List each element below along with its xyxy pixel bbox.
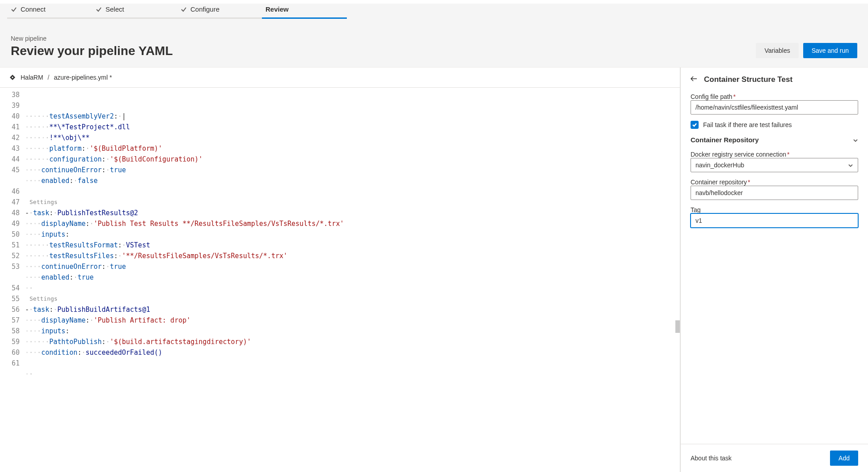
code-line[interactable]: ······testResultsFormat:·VSTest [25, 240, 680, 251]
code-line[interactable]: ····inputs: [25, 326, 680, 336]
code-line[interactable]: ······!**\obj\** [25, 132, 680, 143]
code-content[interactable]: ······testAssemblyVer2:·|······**\*TestP… [25, 88, 680, 472]
breadcrumb-separator: / [48, 74, 50, 81]
scrollbar-thumb[interactable] [675, 320, 680, 333]
container-repository-label: Container repository* [691, 179, 858, 186]
wizard-step-connect[interactable]: Connect [7, 4, 92, 19]
step-progress-bar [177, 17, 262, 19]
code-line[interactable] [25, 186, 680, 197]
code-line[interactable]: ······testAssemblyVer2:·| [25, 111, 680, 122]
code-line[interactable] [25, 379, 680, 390]
code-line[interactable]: ····displayName:·'Publish Artifact: drop… [25, 315, 680, 326]
code-line[interactable]: ······platform:·'$(BuildPlatform)' [25, 143, 680, 154]
code-line[interactable]: ····displayName:·'Publish Test Results *… [25, 218, 680, 229]
file-name[interactable]: azure-pipelines.yml * [54, 74, 112, 81]
code-line[interactable]: -·task:·PublishBuildArtifacts@1 [25, 304, 680, 315]
code-editor[interactable]: 3839404142434445 4647484950515253 545556… [0, 88, 680, 472]
save-and-run-button[interactable]: Save and run [803, 43, 857, 58]
step-progress-bar [92, 17, 177, 19]
check-icon [11, 6, 17, 13]
fail-task-checkbox-label: Fail task if there are test failures [703, 121, 792, 128]
container-repository-input[interactable] [691, 186, 858, 200]
code-line[interactable]: ····continueOnError:·true [25, 165, 680, 175]
step-label: Configure [190, 5, 219, 13]
code-line[interactable]: ·· [25, 283, 680, 293]
code-line[interactable]: ····inputs: [25, 229, 680, 240]
check-icon [96, 6, 102, 13]
fail-task-checkbox[interactable] [691, 121, 699, 129]
page-header: New pipeline Review your pipeline YAML V… [0, 27, 868, 68]
code-line[interactable]: ······testResultsFiles:·'**/ResultsFileS… [25, 251, 680, 261]
code-line[interactable]: ····enabled:·true [25, 272, 680, 283]
settings-codelens[interactable]: Settings [25, 293, 680, 304]
code-line[interactable]: ······configuration:·'$(BuildConfigurati… [25, 154, 680, 165]
code-line[interactable]: -·task:·PublishTestResults@2 [25, 208, 680, 218]
code-line[interactable]: ······PathtoPublish:·'$(build.artifactst… [25, 336, 680, 347]
step-progress-bar [262, 17, 347, 19]
step-label: Review [265, 5, 289, 13]
code-line[interactable] [25, 358, 680, 369]
code-line[interactable]: ····condition:·succeededOrFailed() [25, 347, 680, 358]
chevron-down-icon [848, 162, 853, 168]
code-line[interactable]: ······**\*TestProject*.dll [25, 122, 680, 132]
editor-pane: HalaRM / azure-pipelines.yml * 383940414… [0, 68, 680, 472]
docker-connection-select[interactable]: navin_dockerHub [691, 158, 858, 172]
repo-icon [9, 74, 16, 81]
wizard-step-configure[interactable]: Configure [177, 4, 262, 19]
task-assistant-panel: Container Structure Test Config file pat… [680, 68, 868, 472]
code-line[interactable]: ····continueOnError:·true [25, 261, 680, 272]
config-file-path-input[interactable] [691, 100, 858, 115]
page-title: Review your pipeline YAML [11, 44, 173, 58]
check-icon [181, 6, 187, 13]
tag-label: Tag [691, 206, 858, 213]
chevron-down-icon [853, 137, 858, 143]
container-repository-section[interactable]: Container Repository [691, 135, 858, 145]
tag-input[interactable] [691, 213, 858, 228]
back-icon[interactable] [690, 75, 698, 84]
docker-connection-label: Docker registry service connection* [691, 151, 858, 158]
add-button[interactable]: Add [830, 451, 858, 466]
config-file-path-label: Config file path* [691, 93, 858, 100]
settings-codelens[interactable]: Settings [25, 197, 680, 208]
page-subtitle: New pipeline [11, 35, 173, 42]
wizard-step-select[interactable]: Select [92, 4, 177, 19]
code-line[interactable]: ····enabled:·false [25, 175, 680, 186]
about-this-task-link[interactable]: About this task [691, 455, 732, 462]
code-line[interactable]: ·· [25, 369, 680, 379]
repo-name[interactable]: HalaRM [21, 74, 43, 81]
step-label: Select [105, 5, 124, 13]
line-gutter: 3839404142434445 4647484950515253 545556… [0, 88, 25, 472]
step-progress-bar [7, 17, 92, 19]
step-label: Connect [21, 5, 46, 13]
panel-title: Container Structure Test [704, 75, 792, 84]
wizard-steps: ConnectSelectConfigureReview [0, 4, 868, 27]
breadcrumb: HalaRM / azure-pipelines.yml * [0, 68, 680, 88]
wizard-step-review[interactable]: Review [262, 4, 347, 19]
variables-button[interactable]: Variables [756, 43, 798, 58]
